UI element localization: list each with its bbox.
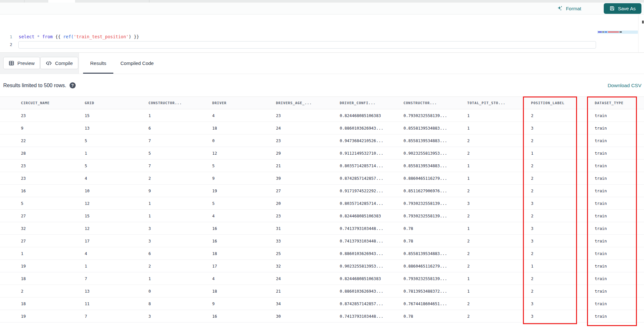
table-row: 181189340.8742857142857...0.767441860465…	[0, 297, 644, 310]
table-cell: 12	[81, 201, 145, 206]
column-header[interactable]: CONSTRUCTOR...	[145, 101, 208, 105]
table-cell: 39	[272, 176, 336, 181]
table-cell: 19	[17, 314, 81, 319]
active-file-tab[interactable]	[48, 0, 75, 3]
table-cell: 20	[272, 201, 336, 206]
table-cell: 0.8860465116279...	[400, 176, 463, 181]
table-cell: 5	[81, 163, 145, 168]
table-cell: 12	[208, 151, 272, 156]
table-cell: 3	[527, 239, 591, 243]
table-cell: 0.824468085106383	[336, 276, 400, 281]
table-cell: 0.78	[400, 239, 463, 243]
table-cell: 1	[81, 151, 145, 156]
table-cell: 0	[208, 138, 272, 143]
table-row: 23429390.8742857142857...0.8860465116279…	[0, 172, 644, 185]
table-cell: 32	[272, 264, 336, 269]
table-cell: 8	[145, 301, 208, 306]
table-cell: 0.8860103626943...	[336, 289, 400, 294]
table-cell: 3	[527, 201, 591, 206]
table-row: 271514230.8244680851063830.7930232558139…	[0, 210, 644, 222]
table-cell: 2	[463, 251, 527, 256]
table-cell: 1	[527, 264, 591, 269]
active-line-input[interactable]	[18, 41, 596, 49]
table-cell: train	[591, 151, 644, 156]
table-cell: 1	[463, 276, 527, 281]
results-tabs: Results Compiled Code	[83, 53, 161, 74]
table-cell: 2	[145, 264, 208, 269]
table-cell: 3	[145, 226, 208, 231]
column-header[interactable]: DATASET_TYPE	[591, 101, 644, 105]
save-as-button[interactable]: Save As	[604, 3, 641, 14]
scrollbar-thumb[interactable]	[642, 21, 644, 23]
table-cell: 7	[145, 138, 208, 143]
table-cell: 34	[272, 301, 336, 306]
compile-label: Compile	[55, 60, 73, 66]
table-row: 913618240.8860103626943...0.855813953488…	[0, 122, 644, 134]
table-cell: 33	[272, 239, 336, 243]
column-header[interactable]: DRIVERS_AGE_...	[272, 101, 336, 105]
preview-button[interactable]: Preview	[3, 57, 40, 69]
table-cell: 18	[17, 301, 81, 306]
table-cell: 7	[145, 163, 208, 168]
table-cell: 1	[463, 113, 527, 118]
table-cell: 5	[208, 201, 272, 206]
table-cell: 0.8558139534883...	[400, 126, 463, 131]
table-cell: train	[591, 301, 644, 306]
table-cell: train	[591, 188, 644, 193]
editor-minimap[interactable]	[597, 31, 638, 34]
column-header[interactable]: GRID	[81, 101, 145, 105]
column-header[interactable]: CONSTRUCTOR...	[400, 101, 463, 105]
results-header: Results limited to 500 rows. ? Download …	[0, 74, 644, 96]
table-cell: 27	[272, 188, 336, 193]
table-cell: 1	[463, 289, 527, 294]
format-button[interactable]: Format	[557, 5, 581, 11]
table-cell: 3	[527, 126, 591, 131]
compile-button[interactable]: Compile	[40, 57, 78, 69]
column-header[interactable]: POSITION_LABEL	[527, 101, 591, 105]
code-line-1[interactable]: select * from {{ ref('train_test_positio…	[19, 34, 139, 39]
column-header[interactable]: DRIVER	[208, 101, 272, 105]
table-cell: 21	[272, 289, 336, 294]
table-cell: 0.8558139534883...	[400, 138, 463, 143]
tab-results[interactable]: Results	[83, 53, 113, 74]
table-cell: 0.9023255813953...	[336, 264, 400, 269]
query-actions-panel: Preview Compile	[0, 53, 79, 74]
table-cell: 0.7813953488372...	[400, 289, 463, 294]
table-row: 3212316310.7413793103448...0.7813train	[0, 222, 644, 235]
table-row: 191217320.9023255813953...0.886046511627…	[0, 260, 644, 272]
sql-editor[interactable]: 1 2 select * from {{ ref('train_test_pos…	[0, 15, 644, 52]
table-cell: 3	[527, 301, 591, 306]
editor-toolbar: Format Save As	[0, 3, 644, 14]
table-cell: 16	[17, 188, 81, 193]
download-csv-link[interactable]: Download CSV	[608, 83, 641, 88]
table-cell: 0.7930232558139...	[400, 276, 463, 281]
tab-results-label: Results	[90, 60, 106, 66]
table-cell: 2	[463, 151, 527, 156]
column-header[interactable]: CIRCUIT_NAME	[17, 101, 81, 105]
table-cell: 23	[272, 113, 336, 118]
table-cell: 22	[17, 138, 81, 143]
tab-compiled-code[interactable]: Compiled Code	[113, 53, 161, 74]
table-cell: 2	[527, 214, 591, 218]
table-cell: 4	[208, 113, 272, 118]
help-icon[interactable]: ?	[70, 82, 76, 88]
table-cell: 5	[145, 151, 208, 156]
table-row: 197316300.7413793103448...0.7823train	[0, 310, 644, 323]
table-cell: train	[591, 314, 644, 319]
table-row: 281512290.9112149532710...0.902325581395…	[0, 147, 644, 159]
table-cell: 2	[463, 214, 527, 218]
table-cell: 13	[81, 126, 145, 131]
table-cell: 2	[527, 138, 591, 143]
table-cell: 1	[145, 276, 208, 281]
column-header[interactable]: TOTAL_PIT_STO...	[463, 101, 527, 105]
table-cell: 1	[463, 176, 527, 181]
table-cell: 30	[272, 314, 336, 319]
table-cell: train	[591, 239, 644, 243]
column-header[interactable]: DRIVER_CONFI...	[336, 101, 400, 105]
table-cell: 3	[145, 314, 208, 319]
table-cell: 0.7930232558139...	[400, 113, 463, 118]
table-cell: 0.7674418604651...	[400, 301, 463, 306]
table-cell: train	[591, 214, 644, 218]
table-grid-icon	[9, 60, 14, 66]
minimap-divider	[638, 15, 639, 52]
